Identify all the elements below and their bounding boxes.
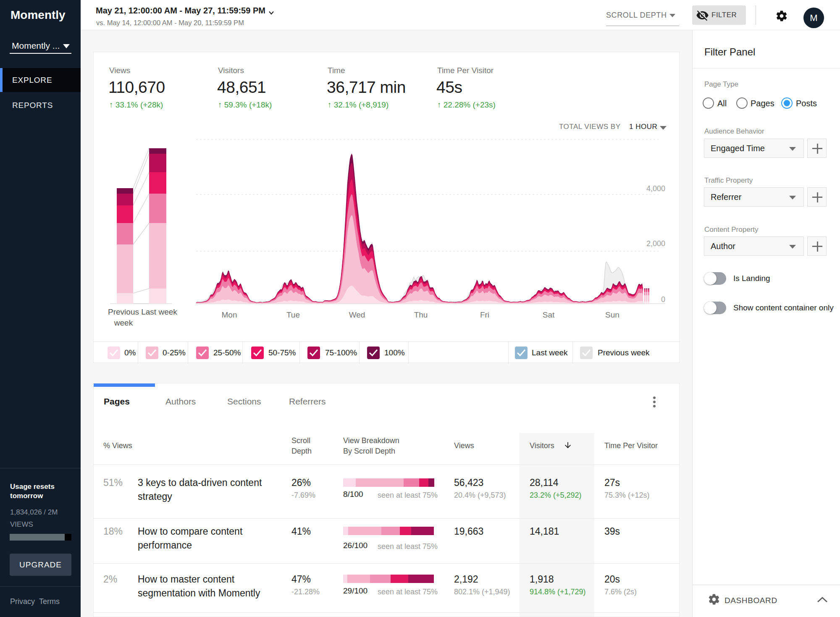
svg-text:week: week xyxy=(114,318,133,327)
svg-text:0: 0 xyxy=(661,295,665,304)
svg-text:4,000: 4,000 xyxy=(646,184,665,193)
svg-text:Last week: Last week xyxy=(141,307,177,316)
svg-text:Sun: Sun xyxy=(605,310,620,319)
svg-text:Fri: Fri xyxy=(480,310,489,319)
svg-text:Sat: Sat xyxy=(543,310,555,319)
svg-text:Wed: Wed xyxy=(349,310,365,319)
svg-text:Mon: Mon xyxy=(222,310,237,319)
svg-text:Thu: Thu xyxy=(414,310,428,319)
svg-text:Tue: Tue xyxy=(286,310,300,319)
svg-text:2,000: 2,000 xyxy=(646,239,665,248)
svg-text:Previous: Previous xyxy=(108,307,139,316)
